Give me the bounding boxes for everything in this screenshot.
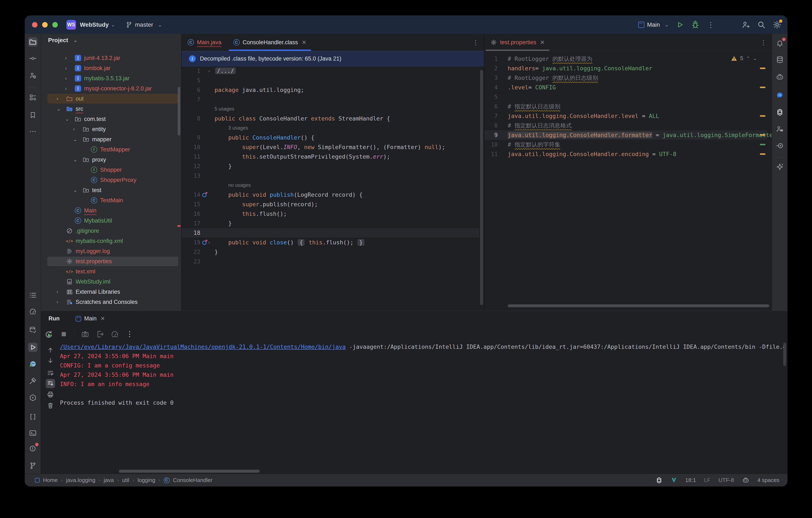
database-changes-icon[interactable] <box>28 325 37 335</box>
assistant-chat-icon[interactable] <box>775 124 784 134</box>
prev-warning-icon[interactable]: ⌃ <box>746 56 750 61</box>
tree-item-mybatis-3-5-13-jar[interactable]: ›⋮mybatis-3.5.13.jar <box>41 73 181 83</box>
chevron-right-icon[interactable]: › <box>73 124 75 134</box>
profiler-icon[interactable] <box>111 330 119 338</box>
chevron-right-icon[interactable]: › <box>65 83 67 94</box>
chevron-down-icon[interactable]: ⌄ <box>73 185 77 195</box>
indent-setting[interactable]: 4 spaces <box>757 477 779 484</box>
tree-item-lombok-jar[interactable]: ›⋮lombok.jar <box>41 63 181 73</box>
console-hscrollbar[interactable] <box>119 470 260 473</box>
search-everywhere-button[interactable] <box>757 20 766 29</box>
tab-options-icon[interactable]: ⋮ <box>760 39 767 46</box>
plugin-owl-icon[interactable] <box>28 359 37 369</box>
chevron-right-icon[interactable]: › <box>57 297 58 307</box>
chevron-right-icon[interactable]: › <box>65 73 67 83</box>
overrides-icon[interactable] <box>201 191 208 198</box>
tab-main-java[interactable]: C Main.java <box>182 34 228 51</box>
terminal-icon[interactable] <box>28 428 37 438</box>
run-configuration-select[interactable]: Main ⌄ <box>638 21 669 28</box>
up-icon[interactable] <box>46 345 55 355</box>
chatgpt-icon[interactable] <box>775 108 784 117</box>
tree-item-entity[interactable]: ›entity <box>41 124 181 134</box>
console-output[interactable]: /Users/eve/Library/Java/JavaVirtualMachi… <box>60 342 784 468</box>
maximize-window-button[interactable] <box>52 22 58 28</box>
project-scrollbar[interactable] <box>178 87 180 136</box>
breadcrumb-item[interactable]: Home <box>43 477 58 484</box>
tree-item-out[interactable]: ›out <box>41 94 181 104</box>
console-link[interactable]: /Users/eve/Library/Java/JavaVirtualMachi… <box>60 344 346 350</box>
problems-icon[interactable] <box>28 444 37 453</box>
tree-item--gitignore[interactable]: .gitignore <box>41 226 181 236</box>
tree-item-mybatis-config-xml[interactable]: </>mybatis-config.xml <box>41 236 181 246</box>
ai-assistant-icon[interactable] <box>775 162 784 172</box>
editor-hscrollbar[interactable] <box>508 304 769 307</box>
orbit-icon[interactable] <box>775 141 784 150</box>
tree-item-scratches-and-consoles[interactable]: ›Scratches and Consoles <box>41 297 181 307</box>
version-control-icon[interactable] <box>28 461 37 470</box>
tree-item-testmain[interactable]: CTestMain <box>41 195 181 205</box>
camera-icon[interactable] <box>81 330 89 338</box>
chevron-down-icon[interactable]: ⌄ <box>65 114 69 124</box>
breadcrumb-item[interactable]: ConsoleHandler <box>173 477 212 484</box>
tree-item-main[interactable]: CMain <box>41 205 181 215</box>
pull-requests-icon[interactable] <box>28 71 37 80</box>
tree-item-mapper[interactable]: ⌄mapper <box>41 134 181 144</box>
chevron-down-icon[interactable]: ⌄ <box>73 134 77 144</box>
add-user-button[interactable] <box>741 20 750 29</box>
tree-item-external-libraries[interactable]: ›External Libraries <box>41 287 181 297</box>
more-tools-icon[interactable] <box>28 127 37 136</box>
todo-icon[interactable] <box>28 291 37 300</box>
tree-item-test-properties[interactable]: test.properties <box>41 256 181 266</box>
chevron-down-icon[interactable]: ⌄ <box>73 154 77 165</box>
services-icon[interactable] <box>28 393 37 402</box>
project-tree[interactable]: ›⋮junit-4.13.2.jar›⋮lombok.jar›⋮mybatis-… <box>41 53 181 307</box>
tree-item-com-test[interactable]: ⌄com.test <box>41 114 181 124</box>
rerun-icon[interactable] <box>45 330 53 338</box>
usages-hint[interactable]: 5 usages <box>182 104 479 114</box>
settings-button[interactable] <box>773 20 782 29</box>
console-vscrollbar[interactable] <box>783 343 786 366</box>
more-icon[interactable] <box>125 330 134 338</box>
copilot-icon[interactable] <box>775 73 784 82</box>
caret-position[interactable]: 18:1 <box>685 477 696 484</box>
close-icon[interactable]: ✕ <box>100 315 105 322</box>
next-warning-icon[interactable]: ⌄ <box>753 56 757 61</box>
tree-item-mybatisutil[interactable]: CMybatisUtil <box>41 215 181 226</box>
fold-icon[interactable]: › <box>208 238 210 247</box>
project-name[interactable]: WebStudy <box>80 21 109 28</box>
softwrap-icon[interactable] <box>46 368 55 378</box>
v-plugin-icon[interactable] <box>671 477 677 484</box>
build-icon[interactable] <box>28 376 37 386</box>
clear-icon[interactable] <box>46 401 55 410</box>
structure-icon[interactable] <box>28 93 37 102</box>
breadcrumbs[interactable]: Home›java.logging›java›util›logging›CCon… <box>35 477 212 484</box>
breadcrumb-item[interactable]: java <box>104 477 114 484</box>
usages-hint[interactable]: 3 usages <box>182 123 479 133</box>
tab-test-properties[interactable]: test.properties ✕ <box>484 34 551 51</box>
tree-item-test[interactable]: ⌄test <box>41 185 181 195</box>
run-button[interactable] <box>676 21 684 29</box>
brackets-icon[interactable] <box>28 412 37 422</box>
tree-item-webstudy-iml[interactable]: WebStudy.iml <box>41 277 181 287</box>
bookmarks-icon[interactable] <box>28 110 37 120</box>
run-tab-main[interactable]: Main ✕ <box>73 311 110 326</box>
tree-item-testmapper[interactable]: ITestMapper <box>41 144 181 154</box>
project-icon[interactable] <box>28 37 37 47</box>
breadcrumb-item[interactable]: logging <box>138 477 155 484</box>
usages-hint[interactable]: no usages <box>182 180 479 190</box>
breadcrumb-item[interactable]: util <box>122 477 129 484</box>
close-icon[interactable]: ✕ <box>302 39 307 46</box>
chevron-right-icon[interactable]: › <box>57 287 58 297</box>
profiler-icon[interactable] <box>28 307 37 316</box>
tab-options-icon[interactable]: ⋮ <box>472 39 479 46</box>
close-icon[interactable]: ✕ <box>540 39 545 46</box>
inspections-widget[interactable]: 5 ⌃ ⌄ <box>731 55 757 62</box>
dump-icon[interactable] <box>96 330 104 338</box>
copilot-status-icon[interactable] <box>742 477 749 484</box>
chevron-right-icon[interactable]: › <box>65 53 67 63</box>
run-icon[interactable] <box>28 343 37 352</box>
tree-item-mylogger-log[interactable]: myLogger.log <box>41 246 181 256</box>
fold-icon[interactable]: › <box>208 66 210 76</box>
stop-icon[interactable] <box>59 330 68 338</box>
overrides-icon[interactable] <box>201 239 208 246</box>
